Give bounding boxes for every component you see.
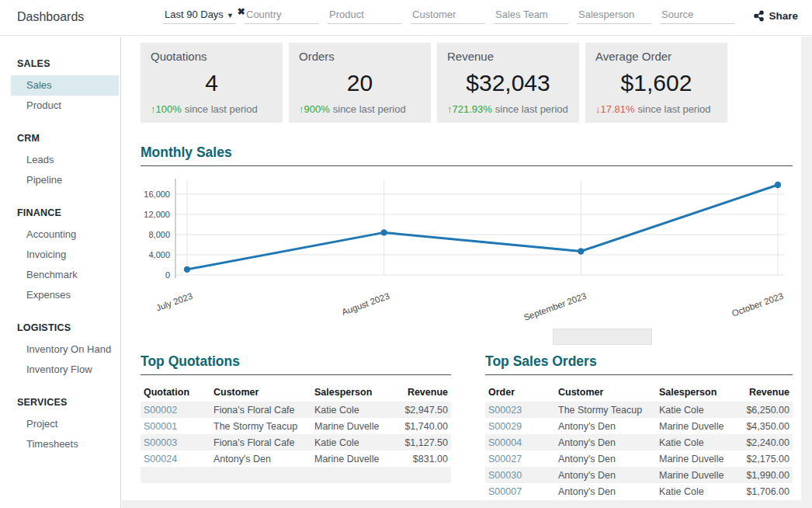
- top-sales-orders-title: Top Sales Orders: [485, 353, 793, 375]
- vertical-scrollbar[interactable]: [801, 37, 812, 508]
- top-sales-orders-section: Top Sales Orders Order Customer Salesper…: [485, 353, 793, 499]
- source-filter-input[interactable]: Source: [660, 7, 734, 24]
- svg-text:4,000: 4,000: [148, 250, 170, 259]
- share-button[interactable]: Share: [753, 10, 798, 22]
- main-content: Quotations 4 ↑100%since last period Orde…: [122, 37, 801, 508]
- sidebar-item-invoicing[interactable]: Invoicing: [11, 245, 119, 265]
- top-quotations-table: Quotation Customer Salesperson Revenue S…: [141, 384, 451, 483]
- sidebar-section-services: SERVICES: [0, 397, 120, 414]
- top-quotations-title: Top Quotations: [141, 353, 451, 375]
- svg-text:12,000: 12,000: [144, 210, 170, 219]
- sidebar-item-project[interactable]: Project: [11, 414, 119, 434]
- kpi-card-average-order: Average Order $1,602 ↓17.81%since last p…: [585, 43, 727, 123]
- svg-text:8,000: 8,000: [148, 230, 170, 239]
- chart-hscroll-thumb[interactable]: [553, 329, 652, 345]
- table-header-row: Order Customer Salesperson Revenue: [485, 384, 793, 402]
- sidebar-item-pipeline[interactable]: Pipeline: [11, 170, 119, 190]
- topbar: Dashboards Last 90 Days▼✖ Country Produc…: [0, 0, 812, 36]
- tables-section: Top Quotations Quotation Customer Salesp…: [141, 353, 801, 499]
- sales-team-filter-input[interactable]: Sales Team: [494, 7, 568, 24]
- sidebar-item-product[interactable]: Product: [11, 96, 119, 116]
- sidebar-section-finance: FINANCE: [0, 207, 120, 224]
- order-link[interactable]: S00007: [485, 483, 555, 499]
- table-row-empty: [141, 467, 451, 483]
- sidebar-item-inventory-flow[interactable]: Inventory Flow: [11, 360, 119, 380]
- sidebar-section-crm: CRM: [0, 133, 120, 150]
- table-row: S00029 Antony's Den Marine Duvelle $4,35…: [485, 418, 793, 434]
- page-title: Dashboards: [17, 10, 84, 24]
- monthly-sales-section: Monthly Sales 04,0008,00012,00016,000Jul…: [141, 144, 793, 345]
- kpi-card-revenue: Revenue $32,043 ↑721.93%since last perio…: [437, 43, 579, 123]
- svg-text:July 2023: July 2023: [154, 291, 193, 313]
- table-row: S00003 Fiona's Floral Cafe Katie Cole $1…: [141, 434, 451, 451]
- order-link[interactable]: S00029: [485, 418, 555, 434]
- order-link[interactable]: S00023: [485, 402, 555, 418]
- table-header-row: Quotation Customer Salesperson Revenue: [141, 384, 451, 402]
- sidebar-item-expenses[interactable]: Expenses: [11, 285, 119, 305]
- monthly-sales-title: Monthly Sales: [141, 144, 793, 166]
- order-link[interactable]: S00030: [485, 467, 555, 483]
- kpi-card-quotations: Quotations 4 ↑100%since last period: [141, 43, 283, 123]
- quotation-link[interactable]: S00024: [141, 451, 210, 467]
- kpi-card-orders: Orders 20 ↑900%since last period: [289, 43, 431, 123]
- table-row: S00023 The Stormy Teacup Katie Cole $6,2…: [485, 402, 793, 418]
- horizontal-scrollbar[interactable]: [122, 500, 801, 508]
- sidebar-section-sales: SALES: [0, 58, 120, 75]
- kpi-cards: Quotations 4 ↑100%since last period Orde…: [141, 43, 728, 123]
- svg-text:October 2023: October 2023: [730, 291, 785, 318]
- sidebar: SALES Sales Product CRM Leads Pipeline F…: [0, 37, 121, 508]
- table-row: S00030 Antony's Den Marine Duvelle $1,99…: [485, 467, 793, 483]
- quotation-link[interactable]: S00003: [141, 434, 210, 451]
- svg-text:August 2023: August 2023: [341, 291, 391, 317]
- customer-filter-input[interactable]: Customer: [411, 7, 485, 24]
- table-row: S00002 Fiona's Floral Cafe Katie Cole $2…: [141, 402, 451, 418]
- svg-text:September 2023: September 2023: [522, 291, 588, 322]
- filter-bar: Last 90 Days▼✖ Country Product Customer …: [163, 7, 743, 24]
- order-link[interactable]: S00027: [485, 451, 555, 467]
- top-quotations-section: Top Quotations Quotation Customer Salesp…: [141, 353, 451, 499]
- sidebar-item-inventory-on-hand[interactable]: Inventory On Hand: [11, 339, 119, 360]
- sidebar-item-timesheets[interactable]: Timesheets: [11, 434, 119, 454]
- sidebar-item-accounting[interactable]: Accounting: [11, 224, 119, 245]
- quotation-link[interactable]: S00002: [141, 402, 210, 418]
- share-icon: [753, 10, 765, 22]
- monthly-sales-chart: 04,0008,00012,00016,000July 2023August 2…: [141, 172, 793, 328]
- share-label: Share: [769, 10, 798, 22]
- quotation-link[interactable]: S00001: [141, 418, 210, 434]
- table-row: S00004 Antony's Den Katie Cole $2,240.00: [485, 434, 793, 451]
- sidebar-item-leads[interactable]: Leads: [11, 150, 119, 170]
- product-filter-input[interactable]: Product: [328, 7, 402, 24]
- clear-filter-icon[interactable]: ✖: [238, 6, 245, 17]
- svg-text:16,000: 16,000: [144, 190, 170, 199]
- country-filter-input[interactable]: Country: [245, 7, 319, 24]
- table-row: S00024 Antony's Den Marine Duvelle $831.…: [141, 451, 451, 467]
- salesperson-filter-input[interactable]: Salesperson: [577, 7, 651, 24]
- table-row: S00001 The Stormy Teacup Marine Duvelle …: [141, 418, 451, 434]
- sidebar-section-logistics: LOGISTICS: [0, 322, 120, 339]
- top-sales-orders-table: Order Customer Salesperson Revenue S0002…: [485, 384, 793, 499]
- sidebar-item-sales[interactable]: Sales: [11, 75, 119, 96]
- date-range-filter[interactable]: Last 90 Days▼✖: [163, 7, 236, 24]
- table-row: S00027 Antony's Den Marine Duvelle $2,17…: [485, 451, 793, 467]
- dashboard-app: Dashboards Last 90 Days▼✖ Country Produc…: [0, 0, 812, 508]
- table-row: S00007 Antony's Den Katie Cole $1,706.00: [485, 483, 793, 499]
- order-link[interactable]: S00004: [485, 434, 555, 451]
- svg-text:0: 0: [165, 270, 170, 280]
- sidebar-item-benchmark[interactable]: Benchmark: [11, 265, 119, 285]
- chevron-down-icon: ▼: [227, 12, 234, 19]
